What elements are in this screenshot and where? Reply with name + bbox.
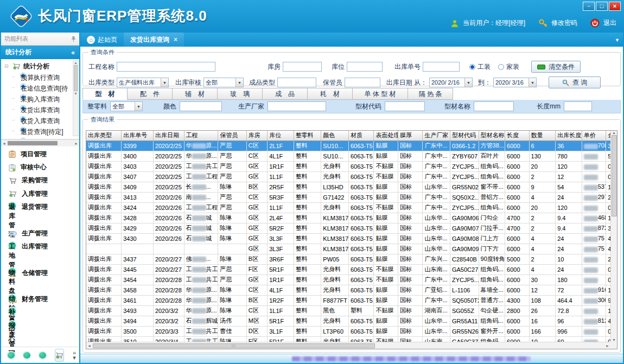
green-dot-icon[interactable]: [23, 352, 30, 359]
table-row[interactable]: 调拨出库34092020/2/25长...陈琳B区2R5F整料LI35HD606…: [86, 182, 610, 192]
table-cell[interactable]: 国标: [398, 171, 423, 182]
table-row[interactable]: 调拨出库34282020/2/26石城陈琳G区2L4F整料KLM38176063…: [86, 213, 610, 223]
table-cell[interactable]: 3400: [122, 151, 154, 161]
table-cell[interactable]: 国标: [398, 264, 423, 274]
table-cell[interactable]: D区: [246, 326, 267, 336]
collapse-icon[interactable]: «: [71, 49, 75, 56]
table-cell[interactable]: 996: [556, 326, 582, 336]
sidebar-item-入库管理[interactable]: 入库管理: [1, 187, 79, 200]
table-cell[interactable]: F8877FT: [321, 295, 349, 305]
table-cell[interactable]: 5R3F: [268, 192, 294, 202]
table-cell[interactable]: 6000: [505, 151, 530, 161]
table-cell[interactable]: 调拨出库: [86, 336, 122, 342]
table-cell[interactable]: 整料: [294, 151, 321, 161]
table-cell[interactable]: 1L1F: [268, 305, 294, 316]
table-cell[interactable]: 9: [529, 182, 556, 192]
table-cell[interactable]: 3429: [122, 223, 154, 233]
table-cell[interactable]: 陈琳: [218, 305, 247, 316]
table-cell[interactable]: 2020/3/4: [153, 336, 184, 342]
table-cell[interactable]: 国标: [398, 305, 423, 316]
table-cell[interactable]: 佛...: [184, 254, 218, 264]
cart-button[interactable]: [55, 349, 64, 362]
table-cell[interactable]: 整料: [294, 213, 321, 223]
table-cell[interactable]: 普通方...: [479, 295, 505, 305]
table-cell[interactable]: 6063-T5: [348, 171, 374, 182]
table-cell[interactable]: 3428: [122, 213, 154, 223]
date-from-picker[interactable]: 2020/ 2/16▼: [429, 78, 473, 87]
material-tab-成品[interactable]: 成 品: [263, 88, 308, 100]
table-cell[interactable]: 72: [556, 285, 582, 295]
table-row[interactable]: 调拨出库34612020/2/28华原...陈琳B区1R2F整料F8877FT6…: [86, 295, 610, 305]
table-cell[interactable]: 国标: [398, 182, 423, 192]
table-cell[interactable]: 2020/2/25: [153, 182, 184, 192]
table-cell[interactable]: 6000: [505, 285, 530, 295]
table-cell[interactable]: 106: [606, 182, 610, 192]
table-cell[interactable]: [582, 264, 606, 274]
table-cell[interactable]: 山东华...: [423, 182, 450, 192]
table-cell[interactable]: 2L1F: [268, 141, 294, 151]
table-cell[interactable]: LI35HD: [321, 182, 349, 192]
table-cell[interactable]: 华原...: [184, 295, 218, 305]
table-cell[interactable]: 山东南...: [423, 336, 450, 342]
table-row[interactable]: 调拨出库34032020/2/25工共工程严思G区1R1F整料光身料6063-T…: [86, 161, 610, 171]
material-tab-隔热条[interactable]: 隔 热 条: [408, 88, 453, 100]
table-cell[interactable]: 3409: [122, 182, 154, 192]
table-cell[interactable]: 3510: [122, 336, 154, 342]
table-cell[interactable]: 光身料: [321, 285, 349, 295]
table-cell[interactable]: 54: [556, 182, 582, 192]
table-cell[interactable]: 整料: [294, 285, 321, 295]
table-cell[interactable]: 华原...: [184, 151, 218, 161]
table-cell[interactable]: 6063-T5: [348, 295, 374, 305]
column-header[interactable]: 型材代码: [450, 131, 479, 141]
date-to-picker[interactable]: 2020/ 3/16▼: [493, 78, 537, 87]
grid-vertical-scrollbar[interactable]: ▲▼: [610, 131, 617, 342]
table-cell[interactable]: 陈琳: [218, 336, 247, 342]
table-cell[interactable]: 0: [606, 161, 610, 171]
table-cell[interactable]: 3430: [122, 233, 154, 244]
table-cell[interactable]: 120: [556, 202, 582, 213]
table-cell[interactable]: 国标: [398, 316, 423, 326]
table-cell[interactable]: 组角码...: [479, 274, 505, 285]
table-cell[interactable]: 整料: [294, 295, 321, 305]
sidebar-item-审核中心[interactable]: 审核中心: [1, 161, 79, 174]
table-cell[interactable]: 6000: [505, 233, 530, 244]
table-cell[interactable]: C区: [246, 151, 267, 161]
table-cell[interactable]: 组角码...: [479, 264, 505, 274]
sidebar-item-物料盘存[interactable]: 物料盘存: [1, 279, 79, 292]
location-input[interactable]: [347, 62, 383, 72]
column-header[interactable]: 出库日期: [153, 131, 184, 141]
table-cell[interactable]: 6063-T5: [348, 161, 374, 171]
table-cell[interactable]: 调拨出库: [86, 326, 122, 336]
table-row[interactable]: 调拨出库33992020/2/25华原...严思C区2L1F整料SU10...6…: [86, 141, 610, 151]
column-header[interactable]: 数量: [529, 131, 556, 141]
table-cell[interactable]: 山东华...: [423, 223, 450, 233]
tree-item[interactable]: ┈退库管理[待定]: [12, 137, 79, 139]
column-header[interactable]: 生产厂家: [423, 131, 450, 141]
table-cell[interactable]: 组角码...: [479, 336, 505, 342]
table-cell[interactable]: 调拨出库: [86, 254, 122, 264]
table-cell[interactable]: 3413: [122, 192, 154, 202]
table-cell[interactable]: 严思: [218, 274, 247, 285]
column-header[interactable]: 出库长度: [556, 131, 582, 141]
column-header[interactable]: 库房: [246, 131, 267, 141]
table-cell[interactable]: 812: [582, 316, 606, 326]
table-cell[interactable]: [582, 336, 606, 342]
table-cell[interactable]: 3399: [122, 141, 154, 151]
table-cell[interactable]: 0: [606, 171, 610, 182]
table-cell[interactable]: KLM3817: [321, 244, 349, 254]
table-row[interactable]: 调拨出库34582020/2/28华原...陈琳C区4L1F整料光身料6063-…: [86, 285, 610, 295]
table-cell[interactable]: 72.8: [556, 305, 582, 316]
column-header[interactable]: 长度: [505, 131, 530, 141]
table-cell[interactable]: ZYCJP5...: [450, 171, 479, 182]
table-cell[interactable]: 窗外开...: [479, 326, 505, 336]
table-cell[interactable]: 2020/2/28: [153, 285, 184, 295]
table-cell[interactable]: 216: [606, 254, 610, 264]
table-cell[interactable]: 调拨出库: [86, 223, 122, 233]
table-cell[interactable]: 2020/2/28: [153, 295, 184, 305]
table-cell[interactable]: 26: [529, 305, 556, 316]
table-cell[interactable]: 百叶片: [479, 151, 505, 161]
table-cell[interactable]: 708: [582, 141, 606, 151]
table-cell[interactable]: 调拨出库: [86, 141, 122, 151]
table-cell[interactable]: 国标: [398, 161, 423, 171]
table-cell[interactable]: 10: [529, 336, 556, 342]
